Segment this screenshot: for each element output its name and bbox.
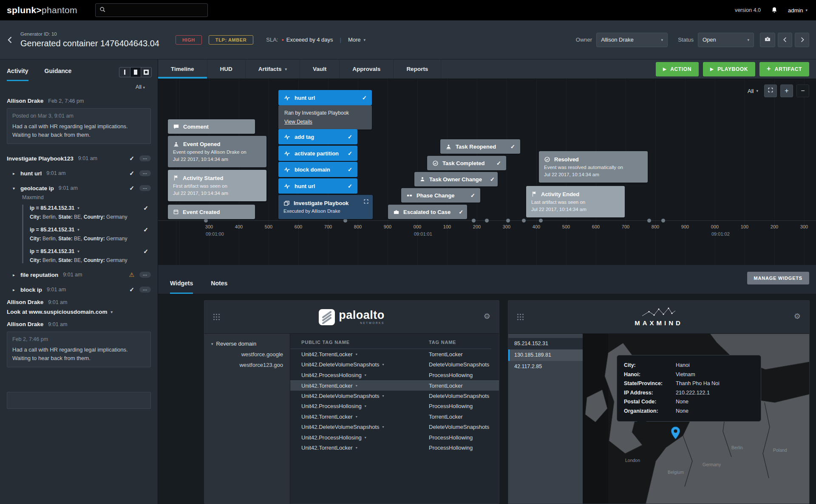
- severity-badge[interactable]: HIGH: [176, 35, 202, 45]
- activate-partition-card[interactable]: activate partition✓: [278, 146, 357, 161]
- global-search[interactable]: [95, 3, 208, 17]
- chevron-down-icon[interactable]: ▾: [382, 425, 384, 429]
- tree-item[interactable]: westforce.google: [211, 347, 284, 358]
- activity-ended-card[interactable]: Activity EndedLast artifact was seen onJ…: [526, 186, 625, 217]
- tab-activity[interactable]: Activity: [7, 68, 28, 81]
- action-row-block-ip[interactable]: ▸ block ip 9:01 am ✓ •••: [7, 286, 151, 293]
- event-opened-card[interactable]: Event OpenedEvent opened by Allison Drak…: [168, 136, 266, 167]
- tree-root-reverse-domain[interactable]: ▾ Reverse domain: [211, 341, 284, 347]
- geo-result-param-row[interactable]: ip = 85.214.152.31▾✓: [30, 226, 151, 233]
- chevron-down-icon[interactable]: ▾: [382, 394, 384, 398]
- more-menu[interactable]: More ▾: [348, 37, 366, 43]
- tab-widgets[interactable]: Widgets: [170, 280, 193, 294]
- view-compact-button[interactable]: [119, 68, 130, 77]
- tree-item[interactable]: westforce123.goo: [211, 358, 284, 368]
- hunt-url-card-2[interactable]: hunt url✓: [278, 178, 357, 194]
- zoom-in-button[interactable]: +: [780, 84, 793, 97]
- action-row-hunt-url[interactable]: ▸ hunt url 9:01 am ✓ •••: [7, 170, 151, 177]
- ip-list-item[interactable]: 130.185.189.81: [508, 349, 583, 361]
- chevron-down-icon[interactable]: ▾: [382, 363, 384, 366]
- tab-notes[interactable]: Notes: [211, 280, 227, 294]
- timeline-filter[interactable]: All ▾: [748, 88, 758, 94]
- table-row[interactable]: Unit42.TorrentLocker▾TorrentLocker: [290, 411, 499, 422]
- user-menu[interactable]: admin ▾: [788, 7, 808, 14]
- hunt-url-details-panel[interactable]: Ran by Investigate PlaybookView Details: [278, 105, 372, 130]
- status-select[interactable]: Open ▾: [698, 33, 754, 47]
- row-menu-button[interactable]: •••: [139, 185, 151, 191]
- chevron-down-icon[interactable]: ▾: [356, 446, 357, 450]
- investigate-playbook-card[interactable]: Investigate PlaybookExecuted by Allison …: [278, 195, 373, 219]
- table-row[interactable]: Unit42.ProcessHollosing▾ProcessHollowing: [290, 401, 499, 412]
- activity-filter[interactable]: All ▾: [0, 82, 158, 92]
- hunt-url-card-1[interactable]: hunt url✓: [278, 90, 372, 105]
- zoom-out-button[interactable]: −: [796, 84, 809, 97]
- escalated-to-case-card[interactable]: Escalated to Case✓: [388, 205, 467, 219]
- table-row[interactable]: Unit42.TorrentLocker▾TorrentLocker: [290, 349, 499, 360]
- event-created-card[interactable]: Event Created: [168, 205, 255, 219]
- artifact-button[interactable]: +ARTIFACT: [759, 62, 809, 76]
- add-tag-card[interactable]: add tag✓: [278, 129, 357, 144]
- chevron-right-icon[interactable]: ▸: [13, 171, 17, 176]
- table-row[interactable]: Unit42.TorrentLocker▾ProcessHollowing: [290, 443, 499, 453]
- table-row[interactable]: Unit42.ProcessHollosing▾ProcessHollowing: [290, 432, 499, 443]
- gear-icon[interactable]: ⚙: [794, 312, 801, 321]
- block-domain-card[interactable]: block domain✓: [278, 162, 357, 177]
- chevron-down-icon[interactable]: ▾: [356, 384, 357, 388]
- row-menu-button[interactable]: •••: [139, 170, 151, 176]
- tab-approvals[interactable]: Approvals: [340, 59, 394, 79]
- tab-guidance[interactable]: Guidance: [45, 68, 72, 81]
- geo-result-param-row[interactable]: ip = 85.214.152.31▾✓: [30, 205, 151, 211]
- chevron-down-icon[interactable]: ▾: [13, 186, 17, 191]
- tab-timeline[interactable]: Timeline: [158, 59, 207, 79]
- expand-icon[interactable]: [363, 198, 369, 206]
- chevron-right-icon[interactable]: ▸: [13, 287, 17, 292]
- post-box-partial[interactable]: [7, 392, 151, 409]
- geo-result-item[interactable]: ip = 85.214.152.31▾✓City: Berlin, State:…: [30, 226, 151, 242]
- chevron-down-icon[interactable]: ▾: [356, 352, 357, 356]
- post-box[interactable]: Feb 2, 7:46 pm Had a call with HR regard…: [7, 332, 151, 367]
- drag-handle-icon[interactable]: [213, 313, 220, 321]
- geo-result-item[interactable]: ip = 85.214.152.31▾✓City: Berlin, State:…: [30, 248, 151, 263]
- playbook-button[interactable]: ▶PLAYBOOK: [703, 62, 755, 76]
- ip-list-item[interactable]: 85.214.152.31: [508, 338, 583, 349]
- table-row[interactable]: Unit42.DeleteVolumeSnapshots▾DeleteVolum…: [290, 360, 499, 370]
- row-menu-button[interactable]: •••: [139, 272, 151, 278]
- playbook-run-row[interactable]: Investigate Playbook123 9:01 am ✓ •••: [7, 155, 151, 162]
- tab-artifacts[interactable]: Artifacts▾: [246, 59, 300, 79]
- search-input[interactable]: [109, 7, 204, 14]
- task-reopened-card[interactable]: Task Reopened✓: [440, 139, 520, 154]
- chevron-down-icon[interactable]: ▾: [365, 436, 366, 439]
- case-button[interactable]: [760, 33, 775, 47]
- task-completed-card[interactable]: Task Completed✓: [427, 156, 506, 170]
- tab-hud[interactable]: HUD: [207, 59, 246, 79]
- geo-map[interactable]: City:HanoiHanoi:VietnamState/Province:Th…: [583, 334, 809, 504]
- view-expanded-button[interactable]: [141, 68, 151, 77]
- row-menu-button[interactable]: •••: [139, 155, 151, 161]
- back-button[interactable]: [0, 36, 20, 44]
- geo-result-param-row[interactable]: ip = 85.214.152.31▾✓: [30, 248, 151, 255]
- activity-started-card[interactable]: Activity StartedFirst artifact was seen …: [168, 170, 266, 201]
- notifications-bell-icon[interactable]: [771, 7, 778, 14]
- tab-reports[interactable]: Reports: [394, 59, 441, 79]
- gear-icon[interactable]: ⚙: [484, 312, 490, 321]
- table-row[interactable]: Unit42.DeleteVolumeSnapshots▾DeleteVolum…: [290, 422, 499, 433]
- chevron-down-icon[interactable]: ▾: [356, 415, 357, 419]
- map-pin-icon[interactable]: [671, 426, 680, 441]
- view-details-link[interactable]: View Details: [284, 118, 312, 126]
- table-row[interactable]: Unit42.TorrentLocker▾TorrentLocker: [290, 380, 499, 391]
- table-row[interactable]: Unit42.ProcessHollosing▾ProcessHollowing: [290, 370, 499, 380]
- resolved-card[interactable]: ResolvedEvent was resolved automatically…: [539, 151, 648, 183]
- manage-widgets-button[interactable]: MANAGE WIDGETS: [747, 272, 809, 284]
- chevron-down-icon[interactable]: ▾: [365, 373, 366, 377]
- task-owner-change-card[interactable]: Task Owner Change✓: [414, 172, 498, 186]
- fullscreen-button[interactable]: [764, 84, 777, 97]
- view-normal-button[interactable]: [130, 68, 141, 77]
- chevron-down-icon[interactable]: ▾: [365, 404, 366, 408]
- chevron-right-icon[interactable]: ▸: [13, 273, 17, 277]
- phase-change-card[interactable]: Phase Change✓: [401, 188, 480, 203]
- comment-card[interactable]: Comment: [168, 119, 255, 134]
- prev-container-button[interactable]: [778, 33, 792, 47]
- action-row-geolocate-ip[interactable]: ▾ geolocate ip 9:01 am ✓ •••: [7, 185, 151, 191]
- row-menu-button[interactable]: •••: [139, 287, 151, 293]
- table-row[interactable]: Unit42.DeleteVolumeSnapshots▾DeleteVolum…: [290, 391, 499, 401]
